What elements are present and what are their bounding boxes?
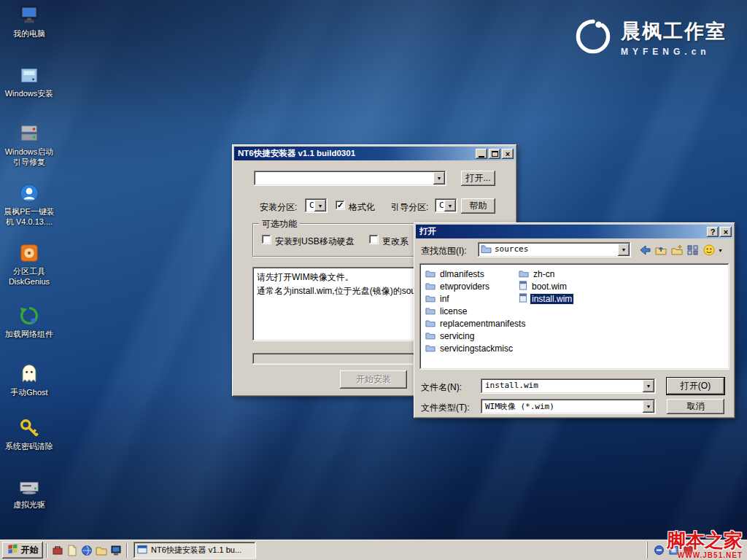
filename-dropdown-button[interactable]: ▼ [643, 380, 654, 392]
back-icon[interactable] [638, 243, 652, 257]
quicklaunch-icon-4[interactable] [95, 544, 108, 557]
filename-combobox[interactable]: install.wim ▼ [481, 378, 656, 394]
tray-icon-2[interactable] [668, 545, 679, 556]
ghost-icon [18, 363, 40, 385]
start-button-label: 开始 [21, 544, 39, 556]
filetype-combobox[interactable]: WIM映像 (*.wim) ▼ [481, 399, 656, 414]
file-list[interactable]: dlmanifests etwproviders inf license rep… [419, 263, 729, 370]
file-list-column-1: dlmanifests etwproviders inf license rep… [425, 268, 527, 354]
file-list-item[interactable]: inf [425, 293, 527, 305]
file-list-item[interactable]: replacementmanifests [425, 318, 527, 330]
open-file-dialog: 打开 ? × 查找范围(I): sources ▼ ▼ dlmanifests … [414, 222, 735, 419]
desktop-icon-boot-repair[interactable]: Windows启动 引导修复 [1, 122, 57, 168]
quicklaunch-icon-5[interactable] [109, 544, 123, 557]
installer-window-title: NT6快捷安装器 v1.1 build0301 [238, 148, 474, 159]
wim-path-dropdown-button[interactable]: ▼ [433, 172, 445, 184]
desktop-icon-pe-installer[interactable]: 晨枫PE一键装 机 V4.0.13.... [1, 182, 57, 228]
close-button[interactable]: × [720, 227, 732, 237]
windows-install-icon [18, 64, 40, 86]
desktop-icon-diskgenius[interactable]: 分区工具 DiskGenius [1, 242, 57, 287]
desktop-icon-password-clear[interactable]: 系统密码清除 [1, 417, 57, 451]
start-button[interactable]: 开始 [2, 542, 43, 559]
maximize-button[interactable] [489, 149, 500, 159]
chevron-down-icon: ▼ [646, 404, 651, 409]
folder-icon [519, 269, 529, 280]
help-titlebar-button[interactable]: ? [707, 227, 719, 237]
cancel-button[interactable]: 取消 [667, 399, 724, 414]
minimize-icon [479, 156, 484, 158]
file-list-item[interactable]: boot.wim [519, 281, 573, 292]
desktop-icon-ghost[interactable]: 手动Ghost [1, 363, 57, 397]
boot-repair-icon [18, 122, 40, 144]
chevron-down-icon: ▼ [646, 384, 651, 389]
file-list-item[interactable]: zh-cn [519, 268, 573, 280]
boot-partition-combobox[interactable]: C ▼ [435, 198, 457, 213]
tray-icon-3[interactable] [683, 545, 694, 556]
folder-icon [425, 306, 436, 317]
install-partition-combobox[interactable]: C ▼ [305, 198, 328, 213]
look-in-dropdown-button[interactable]: ▼ [618, 244, 630, 256]
tray-icon-1[interactable] [654, 545, 665, 556]
file-list-item-selected[interactable]: install.wim [519, 293, 573, 305]
up-folder-icon[interactable] [654, 243, 668, 257]
install-partition-label: 安装分区: [260, 201, 297, 214]
desktop-icon-network[interactable]: 加载网络组件 [1, 305, 57, 339]
logo-title: 晨枫工作室 [621, 18, 727, 44]
install-partition-dropdown-button[interactable]: ▼ [314, 200, 326, 211]
wim-file-icon [519, 281, 527, 292]
boot-partition-value: C [439, 201, 444, 210]
desktop-icon-label: 分区工具 DiskGenius [9, 266, 50, 287]
myfeng-swirl-icon [574, 18, 612, 58]
folder-icon [425, 343, 436, 354]
installer-titlebar[interactable]: NT6快捷安装器 v1.1 build0301 × [234, 147, 515, 160]
chevron-down-icon[interactable]: ▼ [718, 248, 723, 253]
start-install-button[interactable]: 开始安装 [340, 370, 407, 389]
close-button[interactable]: × [502, 149, 514, 159]
view-menu-icon[interactable] [686, 243, 700, 257]
desktop-icon-my-computer[interactable]: 我的电脑 [1, 4, 57, 39]
file-list-item[interactable]: license [425, 306, 527, 317]
file-list-item[interactable]: servicing [425, 330, 527, 342]
new-folder-icon[interactable] [670, 243, 684, 257]
installer-window-icon [137, 545, 147, 556]
usb-install-checkbox[interactable] [262, 235, 271, 244]
file-list-item[interactable]: servicingstackmisc [425, 343, 527, 354]
smiley-icon[interactable] [702, 243, 716, 257]
wim-path-combobox[interactable]: ▼ [254, 171, 446, 186]
windows-logo-icon [7, 544, 18, 556]
chevron-down-icon: ▼ [318, 203, 323, 209]
help-button[interactable]: 帮助 [461, 198, 495, 214]
filetype-dropdown-button[interactable]: ▼ [643, 400, 654, 413]
diskgenius-icon [18, 242, 40, 264]
checkmark-icon: ✓ [337, 201, 344, 210]
file-list-item[interactable]: etwproviders [425, 281, 527, 292]
quicklaunch-icon-3[interactable] [80, 544, 93, 557]
close-icon: × [724, 228, 728, 236]
change-system-checkbox[interactable] [369, 235, 379, 244]
open-dialog-titlebar[interactable]: 打开 ? × [416, 225, 733, 238]
pe-installer-icon [18, 182, 40, 204]
boot-partition-dropdown-button[interactable]: ▼ [444, 200, 456, 211]
look-in-combobox[interactable]: sources ▼ [478, 242, 631, 257]
file-list-item[interactable]: dlmanifests [425, 268, 527, 280]
desktop-icon-label: Windows启动 引导修复 [5, 147, 54, 168]
open-confirm-button[interactable]: 打开(O) [667, 378, 724, 394]
open-wim-button[interactable]: 打开... [461, 171, 495, 186]
file-list-column-2: zh-cn boot.wim install.wim [519, 268, 573, 305]
format-checkbox[interactable]: ✓ [336, 201, 345, 210]
task-button-installer[interactable]: NT6快捷安装器 v1.1 bu... [133, 542, 256, 559]
quicklaunch-icon-2[interactable] [66, 544, 79, 557]
chevron-down-icon: ▼ [622, 247, 627, 252]
change-system-label: 更改系 [382, 236, 409, 248]
minimize-button[interactable] [476, 149, 487, 159]
usb-install-label: 安装到USB移动硬盘 [275, 236, 355, 248]
network-icon [18, 305, 40, 327]
desktop-icon-windows-install[interactable]: Windows安装 [1, 64, 57, 98]
filename-label: 文件名(N): [421, 381, 462, 394]
desktop-icon-virtual-drive[interactable]: 虚拟光驱 [1, 475, 57, 510]
key-icon [18, 417, 40, 439]
folder-icon [425, 294, 436, 305]
maximize-icon [492, 151, 498, 157]
quicklaunch-icon-1[interactable] [51, 544, 64, 557]
desktop-icon-label: 晨枫PE一键装 机 V4.0.13.... [4, 206, 55, 228]
